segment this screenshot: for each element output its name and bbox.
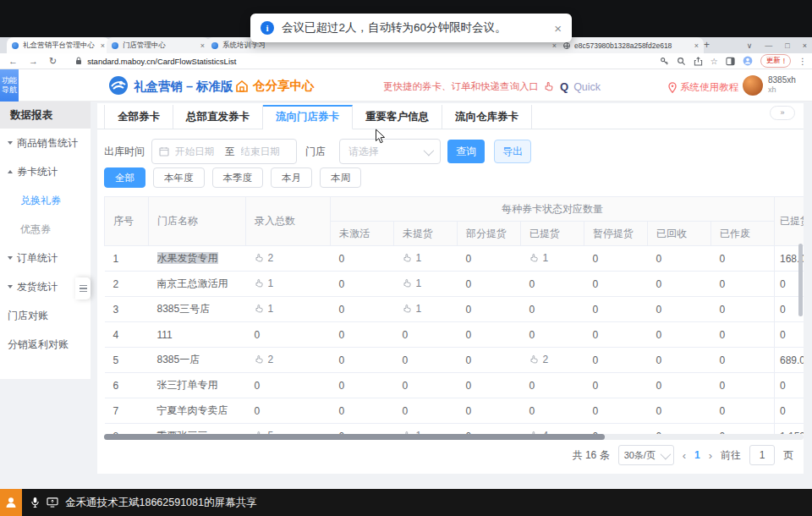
count-link[interactable]: 1 <box>403 277 422 289</box>
start-date-input[interactable] <box>173 145 221 157</box>
close-icon[interactable]: × <box>694 41 699 50</box>
vertical-scrollbar-thumb[interactable] <box>798 244 803 316</box>
content-tabs: 全部券卡 总部直发券卡 流向门店券卡 重要客户信息 流向仓库券卡 <box>97 105 804 129</box>
sidebar-item-rebate-reconciliation[interactable]: 分销返利对账 <box>0 330 91 359</box>
info-icon: i <box>261 21 274 35</box>
quick-filter-chip-month[interactable]: 本月 <box>271 167 312 188</box>
omnibox[interactable]: standard.maboy.cn/CardFlowStatisticsList <box>75 57 236 66</box>
user-avatar[interactable] <box>743 75 763 96</box>
refresh-icon[interactable]: ↻ <box>49 57 57 66</box>
cell-value: 0 <box>584 398 648 424</box>
chevron-down-icon <box>424 145 435 156</box>
cell-value: 0 <box>521 322 584 348</box>
cell-value: 0 <box>584 272 648 297</box>
quick-entry[interactable]: 更快捷的券卡、订单和快递查询入口 Q Quick <box>383 80 601 93</box>
store-select[interactable]: 请选择 <box>339 139 441 164</box>
minimize-icon[interactable]: — <box>765 41 772 50</box>
cell-value: 0 <box>458 373 521 398</box>
quick-filter-chip-quarter[interactable]: 本季度 <box>212 167 264 188</box>
quick-filter-chip-all[interactable]: 全部 <box>104 167 145 188</box>
forward-icon[interactable]: → <box>29 57 38 66</box>
sidebar-item-discount-coupons[interactable]: 优惠券 <box>0 215 91 244</box>
count-link[interactable]: 2 <box>255 252 274 264</box>
next-page-icon[interactable]: › <box>709 449 712 462</box>
new-tab-button[interactable]: + <box>700 39 713 52</box>
cell-row-index: 4 <box>105 322 149 348</box>
date-range-picker[interactable]: 至 <box>151 139 297 164</box>
close-icon[interactable]: × <box>554 22 562 35</box>
lock-icon <box>75 57 82 65</box>
cell-value: 0 <box>458 246 521 272</box>
share-bar-icons <box>30 497 58 508</box>
panel-collapse-button[interactable]: » <box>770 106 795 120</box>
user-subname: xh <box>768 85 796 94</box>
sidebar-item-product-sales[interactable]: 商品销售统计 <box>0 129 91 157</box>
horizontal-scrollbar[interactable] <box>104 434 804 440</box>
calendar-icon <box>159 146 169 156</box>
sidebar-collapse-handle[interactable] <box>75 277 91 299</box>
window-controls: ∨ — □ × <box>747 37 807 53</box>
maximize-icon[interactable]: □ <box>785 41 789 50</box>
sidebar-item-store-reconciliation[interactable]: 门店对账 <box>0 301 91 330</box>
hand-pointer-icon <box>403 253 413 263</box>
browser-tab-4[interactable]: e8c573980b1328a258fd2e618 × <box>558 37 704 53</box>
sidebar-item-label: 优惠券 <box>20 222 51 237</box>
count-link[interactable]: 1 <box>403 252 422 264</box>
table-row: 38385三号店101000000 <box>105 297 804 322</box>
horizontal-scrollbar-thumb[interactable] <box>104 434 605 440</box>
chrome-update-button[interactable]: 更新 ! <box>760 54 791 68</box>
quick-filter-chip-year[interactable]: 本年度 <box>153 167 205 188</box>
current-page[interactable]: 1 <box>694 449 700 461</box>
browser-tab-2[interactable]: 门店管理中心 × <box>107 37 210 53</box>
tab-search-icon[interactable]: ∨ <box>747 41 753 50</box>
sidebar-item-gift-coupons[interactable]: 兑换礼券 <box>0 186 91 215</box>
window-close-icon[interactable]: × <box>803 41 807 50</box>
sidebar-item-order-stats[interactable]: 订单统计 <box>0 244 91 272</box>
count-link[interactable]: 1 <box>403 303 422 315</box>
bookmark-star-icon[interactable]: ☆ <box>710 57 718 66</box>
close-icon[interactable]: × <box>101 41 105 50</box>
count-link[interactable]: 2 <box>255 354 274 365</box>
cell-value: 0 <box>246 322 331 348</box>
profile-icon[interactable] <box>743 56 753 66</box>
cell-value: 1 <box>246 272 331 297</box>
side-panel-icon[interactable] <box>726 57 735 66</box>
quick-filter-chip-week[interactable]: 本周 <box>320 167 361 188</box>
cell-value: 0 <box>711 398 775 424</box>
close-icon[interactable]: × <box>552 41 557 50</box>
col-group-header-status-counts: 每种券卡状态对应数量 <box>331 197 775 222</box>
count-link[interactable]: 1 <box>529 252 549 264</box>
key-icon[interactable] <box>660 57 669 66</box>
update-label: 更新 <box>766 56 781 66</box>
search-button[interactable]: 查询 <box>447 140 485 163</box>
page-size-select[interactable]: 30条/页 <box>618 445 674 465</box>
sidebar-item-card-stats[interactable]: 券卡统计 <box>0 157 91 186</box>
tab-store-flow-cards[interactable]: 流向门店券卡 <box>263 105 353 129</box>
prev-page-icon[interactable]: ‹ <box>683 449 686 462</box>
function-nav-toggle[interactable]: 功能 导航 <box>0 69 19 102</box>
page-size-value: 30条/页 <box>624 449 656 462</box>
back-icon[interactable]: ← <box>8 57 18 66</box>
count-link[interactable]: 1 <box>255 303 274 315</box>
tab-hq-direct-cards[interactable]: 总部直发券卡 <box>173 105 263 129</box>
count-value: 1 <box>268 277 274 289</box>
tab-key-customer-info[interactable]: 重要客户信息 <box>353 105 442 129</box>
browser-tab-1[interactable]: 礼盒营销平台管理中心 × <box>7 37 110 53</box>
close-icon[interactable]: × <box>200 41 205 50</box>
export-button[interactable]: 导出 <box>494 140 531 163</box>
share-icon[interactable] <box>694 57 703 66</box>
count-link[interactable]: 1 <box>255 277 274 289</box>
count-link[interactable]: 2 <box>529 354 549 365</box>
cell-value: 0 <box>648 348 711 373</box>
sidebar: 数据报表 商品销售统计 券卡统计 兑换礼券 优惠券 订单统计 发货统计 门店对账… <box>0 102 91 379</box>
tab-all-cards[interactable]: 全部券卡 <box>104 105 173 129</box>
cell-value: 0 <box>584 297 648 322</box>
tab-warehouse-flow-cards[interactable]: 流向仓库券卡 <box>442 105 532 129</box>
cell-value: 2 <box>246 348 331 373</box>
tutorial-link[interactable]: 系统使用教程 <box>668 81 738 94</box>
goto-page-input[interactable] <box>749 445 775 465</box>
end-date-input[interactable] <box>239 145 287 157</box>
zoom-icon[interactable] <box>677 57 686 66</box>
browser-menu-icon[interactable]: ⋮ <box>798 57 807 66</box>
share-center-link[interactable]: 仓分享中心 <box>235 78 315 94</box>
